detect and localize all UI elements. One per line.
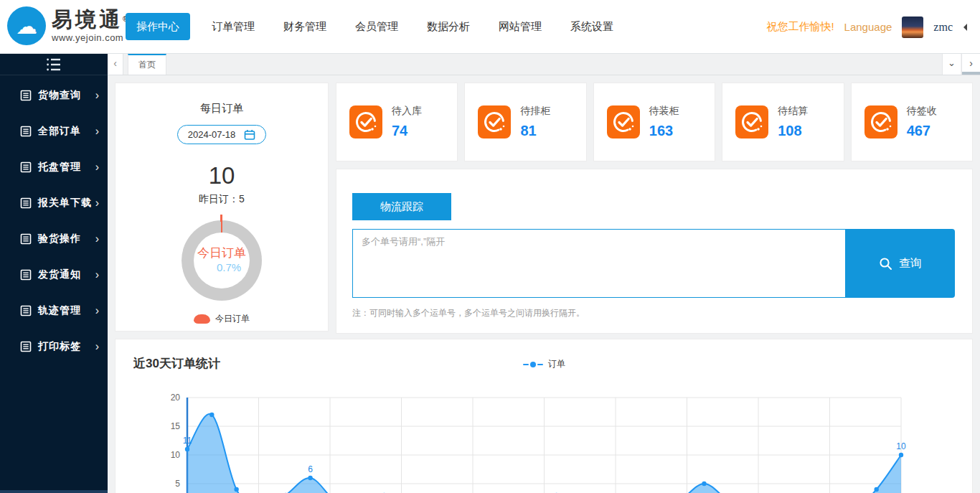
stat-value: 467	[907, 123, 937, 139]
legend-dash-icon	[523, 364, 529, 365]
svg-text:10: 10	[171, 450, 181, 460]
legend-dash-icon	[537, 364, 543, 365]
sidebar-item-pallet-management[interactable]: 托盘管理›	[0, 149, 108, 185]
chevron-right-icon: ›	[95, 126, 99, 137]
sidebar-item-label: 发货通知	[38, 268, 81, 281]
sidebar-item-label: 轨迹管理	[38, 304, 81, 317]
sidebar-item-label: 全部订单	[38, 125, 81, 138]
svg-text:6: 6	[308, 464, 313, 474]
chevron-left-icon: ‹	[113, 57, 117, 69]
stat-card-pending-settlement[interactable]: 待结算108	[722, 83, 844, 161]
document-lines-icon	[20, 90, 32, 101]
nav-item-system-settings[interactable]: 系统设置	[556, 13, 628, 40]
search-button[interactable]: 查询	[846, 229, 955, 298]
svg-text:15: 15	[171, 421, 181, 431]
yesterday-order-count: 昨日订：5	[116, 193, 328, 206]
stat-icon-badge	[478, 105, 511, 138]
circle-check-icon	[479, 106, 510, 138]
sidebar-bottom-bar	[0, 490, 108, 493]
top-nav: 操作中心订单管理财务管理会员管理数据分析网站管理系统设置	[126, 13, 628, 40]
document-lines-icon	[20, 126, 32, 137]
stat-label: 待结算	[778, 105, 808, 118]
caret-left-icon[interactable]	[960, 24, 967, 31]
nav-item-member-management[interactable]: 会员管理	[341, 13, 413, 40]
orders-line-chart: 2015105011610	[116, 382, 974, 493]
chevron-right-icon: ›	[95, 305, 99, 316]
document-lines-icon	[20, 269, 32, 281]
chevron-right-icon: ›	[95, 341, 99, 352]
stat-value: 108	[778, 123, 808, 139]
nav-item-website-management[interactable]: 网站管理	[484, 13, 556, 40]
greeting-text: 祝您工作愉快!	[766, 20, 834, 34]
circle-check-icon	[608, 106, 639, 138]
document-lines-icon	[20, 161, 32, 173]
stat-card-pending-cabinet[interactable]: 待排柜81	[464, 83, 586, 161]
username[interactable]: zmc	[933, 21, 953, 34]
nav-item-finance-management[interactable]: 财务管理	[269, 13, 341, 40]
app-root: ☁ 易境通® www.yejoin.com 操作中心订单管理财务管理会员管理数据…	[0, 0, 980, 493]
stat-card-pending-inbound[interactable]: 待入库74	[336, 83, 458, 161]
chevron-right-icon: ›	[95, 90, 99, 101]
tab-home[interactable]: 首页	[128, 54, 166, 75]
brand-name: 易境通®	[52, 9, 128, 30]
tab-scroll-left-button[interactable]: ‹	[108, 54, 123, 75]
donut-center-label: 今日订单	[182, 245, 262, 261]
logistics-tracking-card: 物流跟踪 查询 注：可同时输入多个运单号，多个运单号之间请用换行隔开。	[336, 169, 973, 334]
svg-text:11: 11	[183, 436, 192, 446]
tracking-note: 注：可同时输入多个运单号，多个运单号之间请用换行隔开。	[352, 307, 585, 319]
sidebar-item-customs-declaration-download[interactable]: 报关单下载›	[0, 185, 108, 221]
stat-value: 74	[392, 123, 422, 139]
document-lines-icon	[20, 233, 32, 245]
today-orders-donut: 今日订单 0.7%	[182, 220, 262, 301]
today-order-count: 10	[116, 163, 328, 189]
sidebar-menu: 货物查询›全部订单›托盘管理›报关单下载›验货操作›发货通知›轨迹管理›打印标签…	[0, 75, 108, 365]
brand-tagline: www.yejoin.com	[52, 32, 128, 43]
sidebar-item-track-management[interactable]: 轨迹管理›	[0, 293, 108, 329]
chart-title: 近30天订单统计	[133, 355, 220, 372]
donut-legend[interactable]: 今日订单	[116, 313, 328, 325]
sidebar-item-inspection-operation[interactable]: 验货操作›	[0, 221, 108, 257]
donut-legend-label: 今日订单	[215, 313, 250, 325]
stat-info: 待装柜163	[649, 105, 679, 139]
stat-label: 待排柜	[520, 105, 550, 118]
sidebar-item-cargo-search[interactable]: 货物查询›	[0, 78, 108, 113]
stat-info: 待结算108	[778, 105, 808, 139]
list-menu-icon	[45, 57, 62, 72]
sidebar: 货物查询›全部订单›托盘管理›报关单下载›验货操作›发货通知›轨迹管理›打印标签…	[0, 54, 108, 493]
tab-dropdown-button[interactable]: ⌄	[942, 54, 961, 75]
stat-info: 待排柜81	[520, 105, 550, 139]
chart-legend-label: 订单	[548, 358, 565, 370]
svg-text:20: 20	[171, 393, 181, 403]
chart-legend-orders[interactable]: 订单	[523, 358, 565, 370]
stat-label: 待签收	[907, 105, 937, 118]
nav-item-order-management[interactable]: 订单管理	[197, 13, 269, 40]
stat-icon-badge	[349, 105, 382, 138]
avatar[interactable]	[902, 17, 923, 38]
stat-label: 待装柜	[649, 105, 679, 118]
brand-logo[interactable]: ☁ 易境通® www.yejoin.com	[7, 6, 128, 45]
stat-icon-badge	[735, 105, 768, 138]
legend-dot-icon	[530, 362, 536, 367]
chevron-right-icon: ›	[969, 57, 973, 69]
sidebar-item-label: 验货操作	[38, 233, 81, 245]
daily-orders-title: 每日订单	[116, 102, 328, 116]
donut-pointer-tick	[220, 215, 222, 222]
sidebar-item-print-label[interactable]: 打印标签›	[0, 329, 108, 365]
stat-card-pending-sign[interactable]: 待签收467	[851, 83, 973, 161]
tracking-numbers-input[interactable]	[352, 229, 846, 298]
logistics-tracking-tab[interactable]: 物流跟踪	[352, 193, 451, 220]
language-switcher[interactable]: Language	[844, 21, 892, 33]
nav-item-data-analysis[interactable]: 数据分析	[413, 13, 484, 40]
sidebar-item-all-orders[interactable]: 全部订单›	[0, 113, 108, 149]
chevron-right-icon: ›	[95, 233, 99, 245]
svg-text:10: 10	[896, 441, 906, 451]
nav-item-operations-center[interactable]: 操作中心	[126, 13, 190, 40]
orders-chart-card: 近30天订单统计 订单 2015105011610	[115, 339, 973, 493]
sidebar-item-shipping-notice[interactable]: 发货通知›	[0, 257, 108, 293]
daily-orders-card: 每日订单 2024-07-18 10 昨日订：5 今日订单 0.7%	[115, 83, 329, 332]
stat-card-pending-loading[interactable]: 待装柜163	[593, 83, 715, 161]
stat-value: 81	[520, 123, 550, 139]
menu-toggle-button[interactable]	[0, 54, 108, 75]
date-picker[interactable]: 2024-07-18	[177, 125, 267, 144]
tab-strip-scrollbar[interactable]	[962, 72, 980, 75]
